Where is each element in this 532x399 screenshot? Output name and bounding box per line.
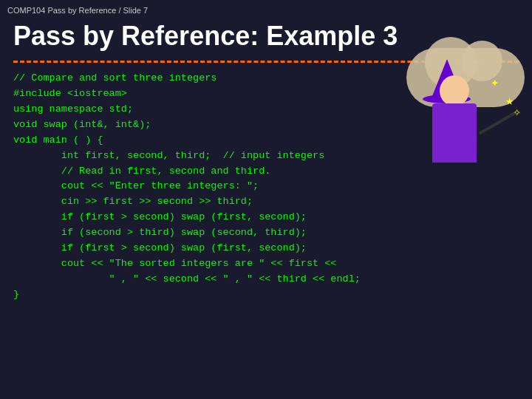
slide-label: COMP104 Pass by Reference / Slide 7 — [7, 6, 148, 15]
slide-container: COMP104 Pass by Reference / Slide 7 Pass… — [0, 0, 532, 399]
star-icon: ✧ — [513, 103, 521, 120]
wizard-image: ★ ✦ ✧ — [384, 52, 525, 200]
code-block: // Compare and sort three integers #incl… — [13, 71, 384, 303]
star-icon: ✦ — [491, 74, 499, 90]
